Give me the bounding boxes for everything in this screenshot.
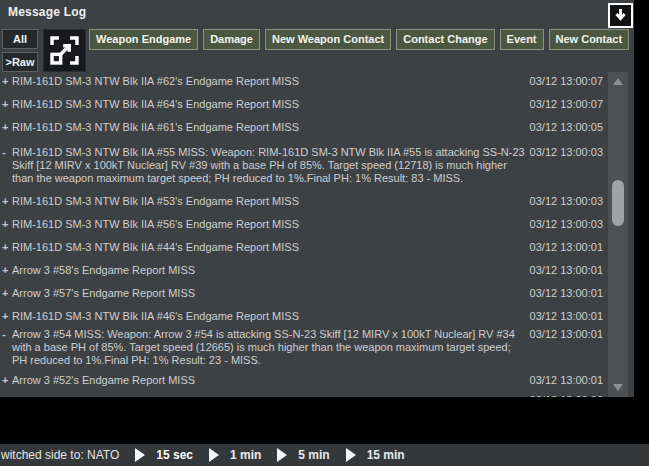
vertical-scrollbar[interactable] [608, 72, 628, 397]
log-message-text: RIM-161D SM-3 NTW Blk IIA #53's Endgame … [12, 195, 528, 208]
row-expander-icon[interactable]: + [2, 195, 12, 208]
log-timestamp: 03/12 13:00:01 [528, 310, 608, 323]
row-expander-icon[interactable]: + [2, 287, 12, 300]
log-timestamp: 03/12 13:00:01 [528, 241, 608, 254]
log-row[interactable]: - Arrow 3 #54 MISS: Weapon: Arrow 3 #54 … [0, 323, 608, 367]
row-expander-icon[interactable]: + [2, 374, 12, 387]
advance-time-button[interactable]: 1 min [209, 448, 261, 462]
advance-time-button[interactable]: 15 sec [135, 448, 193, 462]
log-message-text: RIM-161D SM-3 NTW Blk IIA #62's Endgame … [12, 75, 528, 88]
row-expander-icon[interactable]: + [2, 98, 12, 111]
row-expander-icon[interactable]: + [2, 75, 12, 88]
log-message-text: RIM-161D SM-3 NTW Blk IIA #44's Endgame … [12, 241, 528, 254]
download-icon [613, 8, 628, 23]
log-timestamp: 03/12 13:00:03 [528, 218, 608, 231]
log-timestamp: 03/12 13:00:05 [528, 121, 608, 134]
window-titlebar: Message Log [0, 0, 634, 26]
log-message-text: RIM-161D SM-3 NTW Blk IIA #46's Endgame … [12, 310, 528, 323]
filter-category-button[interactable]: New Weapon Contact [265, 29, 391, 50]
log-timestamp: 03/12 13:00:01 [528, 264, 608, 277]
play-triangle-icon [135, 448, 145, 462]
filter-category-button[interactable]: New Contact [549, 29, 630, 50]
log-row[interactable]: + RIM-161D SM-3 NTW Blk IIA #44's Endgam… [0, 231, 608, 254]
scroll-up-icon[interactable] [613, 78, 623, 85]
log-row[interactable]: + RIM-161D SM-3 NTW Blk IIA #56's Endgam… [0, 208, 608, 231]
filter-all-button[interactable]: All [2, 29, 38, 49]
row-expander-icon[interactable]: - [2, 328, 12, 341]
log-row[interactable]: - RIM-161D SM-3 NTW Blk IIA #55 MISS: We… [0, 134, 608, 185]
row-expander-icon[interactable]: + [2, 121, 12, 134]
filter-category-button[interactable]: Contact Change [396, 29, 494, 50]
row-expander-icon[interactable]: + [2, 394, 12, 397]
log-message-text: RIM-161D SM-3 NTW Blk IIA #61's Endgame … [12, 121, 528, 134]
log-row[interactable]: + Arrow 3 #52's Endgame Report MISS 03/1… [0, 367, 608, 387]
filter-category-button[interactable]: Damage [203, 29, 260, 50]
row-expander-icon[interactable]: + [2, 241, 12, 254]
advance-time-button[interactable]: 5 min [277, 448, 329, 462]
filter-raw-button[interactable]: >Raw [2, 52, 38, 72]
row-expander-icon[interactable]: + [2, 264, 12, 277]
interval-label: 5 min [298, 448, 329, 462]
window-title: Message Log [8, 5, 86, 19]
export-log-button[interactable] [608, 3, 633, 28]
row-expander-icon[interactable]: + [2, 218, 12, 231]
log-message-text: Arrow 3 #57's Endgame Report MISS [12, 287, 528, 300]
scrollbar-thumb[interactable] [612, 180, 624, 226]
log-timestamp: 03/12 13:00:01 [528, 287, 608, 300]
log-row[interactable]: + RIM-161D SM-3 NTW Blk IIA #64's Endgam… [0, 88, 608, 111]
message-log-window: Message Log All >Raw [0, 0, 634, 397]
log-row[interactable]: + RIM-161D SM-3 NTW Blk IIA #53's Endgam… [0, 185, 608, 208]
log-timestamp: 03/12 13:00:03 [528, 195, 608, 208]
expand-arrows-icon [46, 32, 83, 69]
screen: Message Log All >Raw [0, 0, 649, 466]
message-list[interactable]: + RIM-161D SM-3 NTW Blk IIA #62's Endgam… [0, 72, 608, 397]
interval-label: 15 min [367, 448, 405, 462]
interval-label: 15 sec [156, 448, 193, 462]
play-triangle-icon [277, 448, 287, 462]
log-timestamp: 03/12 13:00:01 [528, 374, 608, 387]
log-message-text: Arrow 3 #52's Endgame Report MISS [12, 374, 528, 387]
interval-label: 1 min [230, 448, 261, 462]
log-timestamp: 03/12 13:00:07 [528, 98, 608, 111]
log-timestamp: 03/12 13:00:01 [528, 328, 608, 341]
log-timestamp: 03/12 13:00:03 [528, 146, 608, 159]
log-timestamp: 03/12 13:00:00 [528, 394, 608, 397]
row-expander-icon[interactable]: - [2, 146, 12, 159]
advance-time-button[interactable]: 15 min [346, 448, 405, 462]
log-row[interactable]: + Arrow 3 #58's Endgame Report MISS 03/1… [0, 254, 608, 277]
log-row[interactable]: + RIM-161D SM-3 NTW Blk IIA #46's Endgam… [0, 300, 608, 323]
scroll-down-icon[interactable] [613, 384, 623, 391]
log-row[interactable]: + Arrow 3 #57's Endgame Report MISS 03/1… [0, 277, 608, 300]
log-message-text: Arrow 3 #54 MISS: Weapon: Arrow 3 #54 is… [12, 328, 528, 367]
row-expander-icon[interactable]: + [2, 310, 12, 323]
log-timestamp: 03/12 13:00:07 [528, 75, 608, 88]
expand-window-button[interactable] [43, 29, 86, 72]
time-control-toolbar: witched side to: NATO 15 sec 1 min 5 min… [0, 444, 649, 466]
log-row[interactable]: + 03/12 13:00:00 [0, 387, 608, 397]
log-message-text: RIM-161D SM-3 NTW Blk IIA #55 MISS: Weap… [12, 146, 528, 185]
log-message-text: RIM-161D SM-3 NTW Blk IIA #56's Endgame … [12, 218, 528, 231]
filter-category-button[interactable]: Weapon Endgame [89, 29, 198, 50]
log-message-text: Arrow 3 #58's Endgame Report MISS [12, 264, 528, 277]
filter-category-button[interactable]: Event [500, 29, 544, 50]
log-row[interactable]: + RIM-161D SM-3 NTW Blk IIA #62's Endgam… [0, 72, 608, 88]
play-triangle-icon [346, 448, 356, 462]
log-message-text: RIM-161D SM-3 NTW Blk IIA #64's Endgame … [12, 98, 528, 111]
filter-category-bar: Weapon Endgame Damage New Weapon Contact… [89, 29, 634, 50]
play-triangle-icon [209, 448, 219, 462]
side-status-label: witched side to: NATO [1, 448, 119, 462]
log-row[interactable]: + RIM-161D SM-3 NTW Blk IIA #61's Endgam… [0, 111, 608, 134]
